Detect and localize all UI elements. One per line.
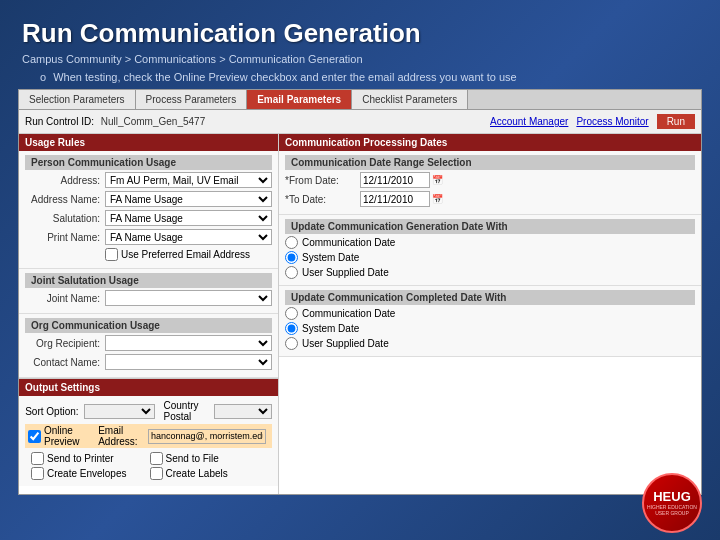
joint-usage-section: Joint Salutation Usage Joint Name: <box>19 269 278 314</box>
org-recipient-select[interactable] <box>105 335 272 351</box>
top-bar-actions: Account Manager Process Monitor Run <box>490 114 695 129</box>
country-postal-select[interactable] <box>214 404 272 419</box>
run-control-value: Null_Comm_Gen_5477 <box>101 116 206 127</box>
gen-comm-date-radio[interactable] <box>285 236 298 249</box>
joint-name-label: Joint Name: <box>25 293 105 304</box>
content-area: Usage Rules Person Communication Usage A… <box>19 134 701 494</box>
update-gen-section: Update Communication Generation Date Wit… <box>279 215 701 286</box>
sort-option-row: Sort Option: Country Postal <box>25 400 272 422</box>
create-labels-row: Create Labels <box>150 467 267 480</box>
preferred-email-checkbox[interactable] <box>105 248 118 261</box>
account-manager-link[interactable]: Account Manager <box>490 116 568 127</box>
to-date-calendar-icon[interactable]: 📅 <box>432 194 443 204</box>
update-completed-header: Update Communication Completed Date With <box>285 290 695 305</box>
contact-name-label: Contact Name: <box>25 357 105 368</box>
tab-selection[interactable]: Selection Parameters <box>19 90 136 109</box>
comp-comm-date-row: Communication Date <box>285 307 695 320</box>
create-envelopes-label: Create Envelopes <box>47 468 127 479</box>
usage-rules-header: Usage Rules <box>19 134 278 151</box>
heug-subtext: HIGHER EDUCATIONUSER GROUP <box>647 504 697 516</box>
address-name-label: Address Name: <box>25 194 105 205</box>
gen-user-date-label: User Supplied Date <box>302 267 389 278</box>
send-to-printer-label: Send to Printer <box>47 453 114 464</box>
send-to-printer-row: Send to Printer <box>31 452 148 465</box>
breadcrumb: Campus Community > Communications > Comm… <box>0 53 720 71</box>
update-completed-section: Update Communication Completed Date With… <box>279 286 701 357</box>
preferred-email-label: Use Preferred Email Address <box>121 249 250 260</box>
heug-circle: HEUG HIGHER EDUCATIONUSER GROUP <box>642 473 702 533</box>
page-title: Run Communication Generation <box>0 0 720 53</box>
output-content: Sort Option: Country Postal Online Previ… <box>19 396 278 486</box>
hint-text: o When testing, check the Online Preview… <box>0 71 720 89</box>
gen-comm-date-label: Communication Date <box>302 237 395 248</box>
from-date-input[interactable] <box>360 172 430 188</box>
create-envelopes-checkbox[interactable] <box>31 467 44 480</box>
output-settings-section: Output Settings Sort Option: Country Pos… <box>19 378 278 486</box>
run-control-area: Run Control ID: Null_Comm_Gen_5477 <box>25 116 490 127</box>
run-button[interactable]: Run <box>657 114 695 129</box>
comp-comm-date-label: Communication Date <box>302 308 395 319</box>
salutation-label: Salutation: <box>25 213 105 224</box>
preferred-email-row: Use Preferred Email Address <box>105 248 272 261</box>
comm-processing-header: Communication Processing Dates <box>279 134 701 151</box>
salutation-row: Salutation: FA Name Usage <box>25 210 272 226</box>
joint-name-select[interactable] <box>105 290 272 306</box>
from-date-row: *From Date: 📅 <box>285 172 695 188</box>
main-panel: Selection Parameters Process Parameters … <box>18 89 702 495</box>
email-address-label: Email Address: <box>98 425 144 447</box>
sort-option-select[interactable] <box>84 404 156 419</box>
country-postal-label: Country Postal <box>163 400 210 422</box>
tab-process[interactable]: Process Parameters <box>136 90 248 109</box>
tab-email[interactable]: Email Parameters <box>247 90 352 109</box>
gen-comm-date-row: Communication Date <box>285 236 695 249</box>
send-to-file-checkbox[interactable] <box>150 452 163 465</box>
from-date-calendar-icon[interactable]: 📅 <box>432 175 443 185</box>
create-labels-checkbox[interactable] <box>150 467 163 480</box>
create-envelopes-row: Create Envelopes <box>31 467 148 480</box>
comp-system-date-row: System Date <box>285 322 695 335</box>
print-name-row: Print Name: FA Name Usage <box>25 229 272 245</box>
process-monitor-link[interactable]: Process Monitor <box>576 116 648 127</box>
org-usage-header: Org Communication Usage <box>25 318 272 333</box>
person-usage-header: Person Communication Usage <box>25 155 272 170</box>
date-range-header: Communication Date Range Selection <box>285 155 695 170</box>
send-to-file-row: Send to File <box>150 452 267 465</box>
address-name-select[interactable]: FA Name Usage <box>105 191 272 207</box>
salutation-select[interactable]: FA Name Usage <box>105 210 272 226</box>
run-control-label: Run Control ID: <box>25 116 94 127</box>
email-address-input[interactable] <box>148 429 266 444</box>
joint-usage-header: Joint Salutation Usage <box>25 273 272 288</box>
comp-comm-date-radio[interactable] <box>285 307 298 320</box>
gen-user-date-row: User Supplied Date <box>285 266 695 279</box>
update-gen-header: Update Communication Generation Date Wit… <box>285 219 695 234</box>
sort-option-label: Sort Option: <box>25 406 84 417</box>
send-to-printer-checkbox[interactable] <box>31 452 44 465</box>
right-panel: Communication Processing Dates Communica… <box>279 134 701 494</box>
print-name-label: Print Name: <box>25 232 105 243</box>
comp-user-date-radio[interactable] <box>285 337 298 350</box>
person-usage-section: Person Communication Usage Address: Fm A… <box>19 151 278 269</box>
address-row: Address: Fm AU Perm, Mail, UV Email <box>25 172 272 188</box>
to-date-row: *To Date: 📅 <box>285 191 695 207</box>
address-name-row: Address Name: FA Name Usage <box>25 191 272 207</box>
to-date-input[interactable] <box>360 191 430 207</box>
joint-name-row: Joint Name: <box>25 290 272 306</box>
online-preview-checkbox[interactable] <box>28 430 41 443</box>
address-select[interactable]: Fm AU Perm, Mail, UV Email <box>105 172 272 188</box>
contact-name-select[interactable] <box>105 354 272 370</box>
comp-user-date-label: User Supplied Date <box>302 338 389 349</box>
tab-checklist[interactable]: Checklist Parameters <box>352 90 468 109</box>
print-name-select[interactable]: FA Name Usage <box>105 229 272 245</box>
org-recipient-row: Org Recipient: <box>25 335 272 351</box>
top-bar: Run Control ID: Null_Comm_Gen_5477 Accou… <box>19 110 701 134</box>
gen-system-date-radio[interactable] <box>285 251 298 264</box>
heug-text: HEUG <box>653 490 691 504</box>
gen-user-date-radio[interactable] <box>285 266 298 279</box>
org-usage-section: Org Communication Usage Org Recipient: C… <box>19 314 278 378</box>
comp-system-date-radio[interactable] <box>285 322 298 335</box>
tab-bar: Selection Parameters Process Parameters … <box>19 90 701 110</box>
to-date-label: *To Date: <box>285 194 360 205</box>
send-to-file-label: Send to File <box>166 453 219 464</box>
gen-system-date-label: System Date <box>302 252 359 263</box>
contact-name-row: Contact Name: <box>25 354 272 370</box>
